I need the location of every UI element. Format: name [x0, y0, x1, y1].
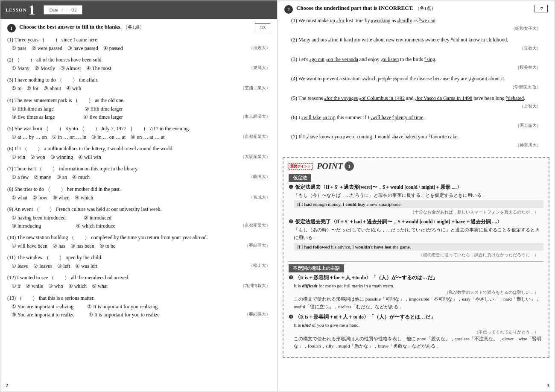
kateho-title: 仮定法 [289, 174, 311, 182]
date-label: Date [49, 7, 58, 12]
q1-options: ① pass ② were passed ③ have passed ④ pas… [7, 44, 270, 53]
q2-options: ① Many ② Mostly ③ Almost ④ The most （東洋大… [7, 64, 270, 73]
point-section-futhei: 不定詞の意味上の主語 ❸〈It is＋形容詞＋for＋人＋to do〉「（人）が… [289, 264, 543, 351]
point-box: 重要ポイント POINT 1 仮定法 ❶仮定法過去〈If＋S'＋過去形[were… [283, 157, 549, 358]
underline-questions: (1) We must make up ₐfor lost time by ᵦw… [278, 15, 555, 154]
uq4: (4) We want to prevent a situation ₐwhic… [284, 74, 548, 90]
rule-2: ❷仮定法過去完了〈If＋S'＋had＋過去分詞〜，S＋would [could … [289, 219, 543, 257]
example-4-note: （手伝ってくれてありがとう．） [289, 329, 538, 335]
uq7: (7) If I ₐhave known you ᵦwere coming, I… [284, 132, 548, 148]
left-page: LESSON 1 Date / | /32 1 Choose the best … [0, 0, 278, 392]
q2-text: (2) （ ） all of the houses have been sold… [7, 56, 270, 64]
rule-1: ❶仮定法過去〈If＋S'＋過去形[were]〜，S＋would [could /… [289, 184, 543, 216]
futhei-title: 不定詞の意味上の主語 [289, 264, 344, 272]
q9-text: (9) An event （ ） French culture was held… [7, 205, 270, 213]
point-header: 重要ポイント POINT 1 [289, 161, 543, 171]
example-3-note: （私が数学のテストで満点をとるのは難しい．） [289, 290, 538, 295]
questions-list: (1) Three years （ ） since I came here. ①… [0, 35, 277, 326]
uq2: (2) Many authors ₐfind it hard ᵦto write… [284, 35, 548, 51]
page-num-left: 2 [6, 383, 8, 389]
question-7: (7) There isn't （ ） information on this … [7, 165, 270, 181]
divider [289, 261, 543, 262]
q8-options: ① what ② how ③ when ④ which （名城大） [7, 194, 270, 202]
section1-circle: 1 [7, 24, 16, 32]
question-10: (10) The new station building （ ） comple… [7, 234, 270, 250]
question-4: (4) The new amusement park is （ ） as the… [7, 97, 270, 121]
q9-options2: ③ introducing ④ which introduce （京都産業大） [7, 222, 270, 230]
point-tag-label: 重要ポイント [289, 163, 313, 170]
section2-title: 2 Choose the underlined part that is INC… [278, 0, 555, 15]
lesson-number: 1 [28, 3, 35, 17]
example-2: If I had followed his advice, I wouldn't… [294, 243, 543, 251]
right-page: 2 Choose the underlined part that is INC… [278, 0, 555, 392]
q12-text: (12) I wanted to see （ ） all the members… [7, 274, 270, 281]
question-3: (3) I have nothing to do （ ） the affair.… [7, 76, 270, 93]
rule-3: ❸〈It is＋形容詞＋for＋人＋to do〉「（人）が〜するのは…だ」 It… [289, 275, 543, 311]
uq1: (1) We must make up ₐfor lost time by ᵦw… [284, 16, 548, 32]
example-2-note: （彼の忠告に従っていたら，試合に負けなかっただろうに．） [289, 252, 538, 258]
q13-options: ① You are important realizing ② It is im… [7, 303, 270, 311]
section2-circle: 2 [284, 5, 293, 14]
q4-options: ① fifth time as large ② fifth time large… [7, 105, 270, 113]
q6-options: ① win ② won ③ winning ④ will win （大阪産業大） [7, 153, 270, 161]
question-9: (9) An event （ ） French culture was held… [7, 205, 270, 230]
lesson-header: LESSON 1 Date / | /32 [0, 0, 277, 19]
section1-title: 1 Choose the best answer to fill in the … [0, 19, 277, 35]
date-box: Date / | /32 [44, 5, 82, 15]
q4-text: (4) The new amusement park is （ ） as the… [7, 97, 270, 104]
question-11: (11) The window （ ） open by the child. ①… [7, 254, 270, 270]
q3-text: (3) I have nothing to do （ ） the affair. [7, 76, 270, 84]
score-max: /32 [70, 7, 76, 12]
q9-options: ① having been introduced ② introduced [7, 214, 270, 222]
question-8: (8) She tries to do （ ） her mother did i… [7, 185, 270, 202]
question-6: (6) If I （ ） a million dollars in the lo… [7, 145, 270, 161]
question-12: (12) I wanted to see （ ） all the members… [7, 274, 270, 290]
example-1-note: （十分なお金があれば，新しいスマートフォンを買えるのだが．） [289, 209, 538, 215]
q7-text: (7) There isn't （ ） information on this … [7, 165, 270, 173]
q10-options: ① will have been ② has ③ has been ④ to b… [7, 242, 270, 250]
q4-options2: ③ five times as large ④ five times large… [7, 113, 270, 121]
q13-options2: ③ You are important to realize ④ It is i… [7, 311, 270, 319]
q12-options: ① if ② while ③ who ④ which ⑤ what （九州情報大… [7, 282, 270, 290]
point-badge: 1 [345, 161, 354, 171]
example-1: If I had enough money, I could buy a new… [294, 200, 543, 208]
question-2: (2) （ ） all of the houses have been sold… [7, 56, 270, 73]
date-slash: / [61, 7, 63, 12]
q1-text: (1) Three years （ ） since I came here. [7, 36, 270, 44]
q7-options: ① a few ② many ③ an ④ much （駒澤大） [7, 173, 270, 181]
q5-options: ① at … by … on ② in … on … in ③ in … on … [7, 133, 270, 141]
right-content: 2 Choose the underlined part that is INC… [278, 0, 555, 370]
question-1: (1) Three years （ ） since I came here. ①… [7, 36, 270, 53]
lesson-label: LESSON [6, 7, 26, 12]
section1-text: Choose the best answer to fill in the bl… [19, 23, 144, 30]
q10-text: (10) The new station building （ ） comple… [7, 234, 270, 241]
uq5: (5) The reasons ₐfor the voyages ᵦof Col… [284, 94, 548, 110]
rule-4: ❹〈It is＋形容詞＋of＋人＋to do〉「（人）が〜するとは…だ」 It … [289, 314, 543, 350]
uq3: (3) Let's ₐgo out ᵦon the veranda and en… [284, 55, 548, 71]
section2-score: /7 [535, 5, 548, 12]
page-num-right: 3 [547, 383, 549, 389]
q11-options: ① leave ② leaves ③ left ④ was left （松山大） [7, 262, 270, 270]
q5-text: (5) She was born （ ） Kyoto （ ） July 7, 1… [7, 125, 270, 132]
point-title-text: POINT [317, 161, 343, 171]
q6-text: (6) If I （ ） a million dollars in the lo… [7, 145, 270, 152]
section2-text: Choose the underlined part that is INCOR… [296, 5, 436, 12]
point-section-kateho: 仮定法 ❶仮定法過去〈If＋S'＋過去形[were]〜，S＋would [cou… [289, 174, 543, 258]
question-13: (13) （ ） that this is a serious matter. … [7, 294, 270, 319]
q8-text: (8) She tries to do （ ） her mother did i… [7, 185, 270, 193]
q11-text: (11) The window （ ） open by the child. [7, 254, 270, 261]
section1-score: /13 [255, 23, 270, 31]
q3-options: ① to ② for ③ about ④ with （芝浦工業大） [7, 85, 270, 93]
uq6: (6) I ₐwill take ᵦa trip this summer if … [284, 113, 548, 129]
question-5: (5) She was born （ ） Kyoto （ ） July 7, 1… [7, 125, 270, 141]
q13-text: (13) （ ） that this is a serious matter. [7, 294, 270, 302]
